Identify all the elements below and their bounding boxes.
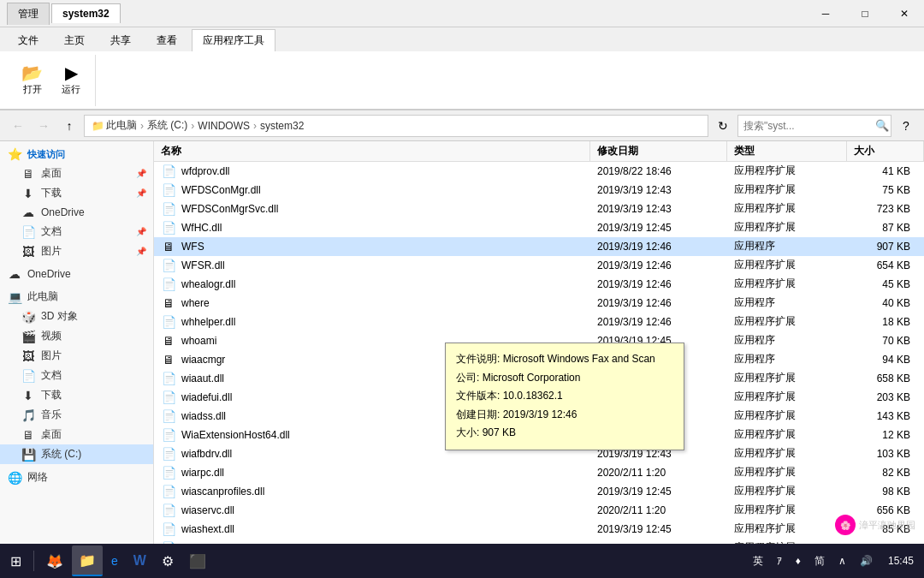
minimize-button[interactable]: ─ [806,0,845,27]
breadcrumb-bar[interactable]: 📁 此电脑 › 系统 (C:) › WINDOWS › system32 [84,115,708,137]
refresh-button[interactable]: ↻ [712,115,734,137]
sidebar-item-desk[interactable]: 🖥 桌面 [0,425,153,444]
col-header-type[interactable]: 类型 [727,141,847,162]
file-size: 98 KB [847,484,924,499]
breadcrumb-windows[interactable]: WINDOWS [198,120,250,132]
file-name: 🖥 WFS [154,238,590,255]
table-row[interactable]: 📄 whhelper.dll 2019/3/19 12:46 应用程序扩展 18… [154,313,924,331]
file-type: 应用程序扩展 [727,520,847,538]
ribbon-tab-home[interactable]: 主页 [53,29,96,51]
sidebar-item-dl[interactable]: ⬇ 下载 [0,385,153,405]
search-input[interactable] [743,120,872,132]
taskbar-firefox[interactable]: 🦊 [39,545,70,576]
taskbar: ⊞ 🦊 📁 e W ⚙ ⬛ 🌸 漳平瀛驰果园 英 ｱ ♦ 简 ∧ 🔊 15:45 [0,544,924,578]
ribbon-group-nav: 📂 打开 ▶ 运行 [7,55,96,106]
up-button[interactable]: ↑ [58,115,80,137]
file-date: 2019/3/19 12:46 [590,258,727,273]
ribbon-tab-share[interactable]: 共享 [99,29,142,51]
tray-chevron[interactable]: ∧ [833,551,851,570]
file-type: 应用程序扩展 [727,181,847,199]
file-type: 应用程序扩展 [727,369,847,387]
close-button[interactable]: ✕ [885,0,924,27]
breadcrumb-system32[interactable]: system32 [260,120,304,132]
sidebar-item-music[interactable]: 🎵 音乐 [0,405,153,425]
table-row[interactable]: 📄 wiashext.dll 2019/3/19 12:45 应用程序扩展 85… [154,520,924,539]
table-row[interactable]: 📄 WFSR.dll 2019/3/19 12:46 应用程序扩展 654 KB [154,256,924,275]
table-row[interactable]: 📄 wiaservc.dll 2020/2/11 1:20 应用程序扩展 656… [154,501,924,520]
file-name: 📄 whealogr.dll [154,276,590,293]
ribbon-btn-open[interactable]: 📂 打开 [14,60,50,100]
file-type-icon: 📄 [161,485,176,498]
ribbon-tab-apptool[interactable]: 应用程序工具 [192,29,275,51]
table-row[interactable]: 🖥 WFS 2019/3/19 12:46 应用程序 907 KB [154,237,924,256]
taskbar-terminal[interactable]: ⬛ [182,545,213,576]
forward-button[interactable]: → [33,115,55,137]
sidebar-item-video[interactable]: 🎬 视频 [0,326,153,346]
file-name: 📄 wiarpc.dll [154,464,590,481]
taskbar-explorer[interactable]: 📁 [72,545,103,576]
file-type-icon: 📄 [161,277,176,291]
sidebar-header-network[interactable]: 🌐 网络 [0,468,153,487]
breadcrumb-drive[interactable]: 系统 (C:) [147,118,187,133]
open-icon: 📂 [21,64,43,81]
sidebar-item-docs-quick[interactable]: 📄 文档 📌 [0,222,153,241]
taskbar-clock[interactable]: 15:45 [881,554,921,569]
file-type: 应用程序扩展 [727,407,847,425]
file-type: 应用程序扩展 [727,426,847,444]
taskbar-ie[interactable]: e [104,545,125,576]
start-button[interactable]: ⊞ [3,545,28,576]
table-row[interactable]: 📄 WFDSConMgr.dll 2019/3/19 12:43 应用程序扩展 … [154,181,924,200]
col-header-size[interactable]: 大小 [847,141,924,162]
file-name: 📄 wiashext.dll [154,521,590,538]
sidebar-item-pictures-quick[interactable]: 🖼 图片 📌 [0,241,153,261]
sidebar-item-sysc[interactable]: 💾 系统 (C:) [0,444,153,464]
ribbon-tab-view[interactable]: 查看 [145,29,188,51]
back-button[interactable]: ← [7,115,29,137]
table-row[interactable]: 📄 whealogr.dll 2019/3/19 12:46 应用程序扩展 45… [154,275,924,294]
table-row[interactable]: 📄 WFDSConMgrSvc.dll 2019/3/19 12:43 应用程序… [154,200,924,218]
tray-lang[interactable]: 英 [748,551,768,572]
table-row[interactable]: 🖥 where 2019/3/19 12:46 应用程序 40 KB [154,294,924,313]
table-row[interactable]: 📄 WfHC.dll 2019/3/19 12:45 应用程序扩展 87 KB [154,218,924,237]
taskbar-settings[interactable]: ⚙ [155,545,181,576]
file-date: 2020/2/11 1:20 [590,503,727,518]
tab-manage[interactable]: 管理 [7,3,50,25]
table-row[interactable]: 📄 wiarpc.dll 2020/2/11 1:20 应用程序扩展 82 KB [154,463,924,482]
onedrive-quick-icon: ☁ [21,206,36,219]
help-button[interactable]: ? [895,115,917,137]
sidebar-item-pictures[interactable]: 🖼 图片 [0,346,153,366]
table-row[interactable]: 📄 wiascanprofiles.dll 2019/3/19 12:45 应用… [154,482,924,501]
sidebar-header-thispc[interactable]: 💻 此电脑 [0,287,153,307]
search-icon[interactable]: 🔍 [875,119,889,132]
sidebar-item-downloads[interactable]: ⬇ 下载 📌 [0,183,153,203]
taskbar-word[interactable]: W [127,545,153,576]
ribbon-tab-file[interactable]: 文件 [7,29,50,51]
sidebar-item-onedrive-quick[interactable]: ☁ OneDrive [0,203,153,222]
ribbon-btn-run[interactable]: ▶ 运行 [54,60,88,100]
tray-ime[interactable]: 简 [809,551,830,572]
sidebar-header-onedrive[interactable]: ☁ OneDrive [0,265,153,283]
file-type: 应用程序 [727,331,847,349]
address-bar: ← → ↑ 📁 此电脑 › 系统 (C:) › WINDOWS › system… [0,110,924,141]
tray-volume[interactable]: 🔊 [855,551,878,570]
file-date: 2020/2/11 1:20 [590,465,727,480]
breadcrumb-pc[interactable]: 此电脑 [106,118,137,133]
tray-settings[interactable]: ♦ [791,551,806,570]
title-bar: 管理 system32 ─ □ ✕ [0,0,924,27]
col-header-name[interactable]: 名称 [154,141,590,162]
file-size: 82 KB [847,465,924,480]
file-size: 12 KB [847,427,924,443]
tab-system32[interactable]: system32 [51,3,121,23]
title-tabs: 管理 system32 [0,3,806,25]
file-size: 94 KB [847,352,924,367]
tray-input[interactable]: ｱ [772,551,787,570]
file-name: 📄 WFDSConMgr.dll [154,182,590,199]
sidebar-item-3d[interactable]: 🎲 3D 对象 [0,307,153,326]
file-type: 应用程序扩展 [727,463,847,481]
col-header-date[interactable]: 修改日期 [590,141,727,162]
sidebar-item-docs[interactable]: 📄 文档 [0,366,153,385]
maximize-button[interactable]: □ [845,0,885,27]
sidebar-item-desktop[interactable]: 🖥 桌面 📌 [0,164,153,183]
table-row[interactable]: 📄 wfdprov.dll 2019/8/22 18:46 应用程序扩展 41 … [154,162,924,181]
file-name: 📄 wiascanprofiles.dll [154,483,590,500]
